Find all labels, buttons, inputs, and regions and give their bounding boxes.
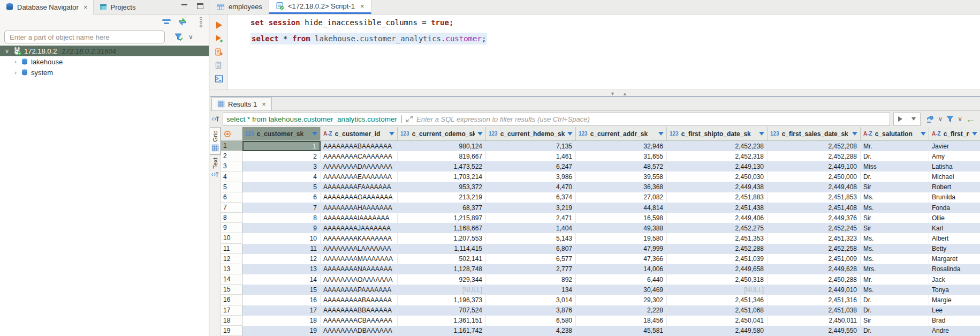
grid-corner-cell[interactable] <box>221 127 242 140</box>
cell-c_current_addr_sk[interactable]: 44,814 <box>576 203 667 213</box>
cell-c_first_shipto_date_sk[interactable]: 2,451,346 <box>667 295 768 305</box>
cell-c_current_hdemo_sk[interactable]: 6,807 <box>486 244 576 254</box>
cell-c_first_na[interactable]: Michael <box>929 171 980 182</box>
object-filter-input[interactable]: Enter a part of object name here <box>4 31 165 43</box>
column-header-c_salutation[interactable]: A-Zc_salutation <box>861 127 929 140</box>
row-number[interactable]: 11 <box>221 244 242 254</box>
cell-c_first_na[interactable]: Tonya <box>929 285 980 295</box>
cell-c_salutation[interactable]: Ms. <box>861 254 929 264</box>
close-icon[interactable]: × <box>262 100 266 108</box>
cell-c_customer_sk[interactable]: 14 <box>242 274 321 285</box>
cell-c_current_cdemo_sk[interactable]: 1,196,373 <box>398 295 486 305</box>
row-number[interactable]: 4 <box>221 171 242 182</box>
tree-item-lakehouse[interactable]: ›lakehouse <box>0 56 209 67</box>
tab-script-1[interactable]: <172.18.0.2> Script-1 × <box>269 0 371 14</box>
cell-c_customer_id[interactable]: AAAAAAAAEAAAAAAA <box>321 171 398 182</box>
cell-c_first_sales_date_sk[interactable]: 2,451,038 <box>768 305 861 316</box>
cell-c_current_cdemo_sk[interactable]: 980,124 <box>398 141 486 151</box>
funnel-dropdown-chevron-icon[interactable]: ∨ <box>958 115 962 123</box>
cell-c_current_cdemo_sk[interactable]: 1,161,742 <box>398 326 486 336</box>
cell-c_first_na[interactable]: Latisha <box>929 161 980 171</box>
filter-funnel-icon[interactable] <box>174 33 183 41</box>
cell-c_current_cdemo_sk[interactable]: 1,703,214 <box>398 171 486 182</box>
cell-c_customer_sk[interactable]: 6 <box>242 192 321 203</box>
cell-c_customer_id[interactable]: AAAAAAAADAAAAAAA <box>321 161 398 171</box>
cell-c_first_na[interactable]: Javier <box>929 141 980 151</box>
cell-c_first_sales_date_sk[interactable]: 2,450,000 <box>768 171 861 182</box>
presentation-tab-text[interactable]: Text <box>210 155 221 181</box>
cell-c_salutation[interactable]: Mrs. <box>861 264 929 274</box>
results-filter-input[interactable]: select * from lakehouse.customer_analyti… <box>223 113 890 126</box>
cell-c_customer_id[interactable]: AAAAAAAACBAAAAAA <box>321 316 398 326</box>
cell-c_first_shipto_date_sk[interactable]: 2,452,288 <box>667 244 768 254</box>
row-number[interactable]: 12 <box>221 254 242 264</box>
row-number[interactable]: 9 <box>221 223 242 233</box>
column-header-c_customer_id[interactable]: A-Zc_customer_id <box>321 127 398 140</box>
cell-c_customer_sk[interactable]: 7 <box>242 203 321 213</box>
cell-c_customer_sk[interactable]: 11 <box>242 244 321 254</box>
cell-c_first_na[interactable]: Betty <box>929 244 980 254</box>
cell-c_current_cdemo_sk[interactable]: 1,473,522 <box>398 161 486 171</box>
column-menu-icon[interactable] <box>972 132 977 136</box>
cell-c_first_sales_date_sk[interactable]: 2,451,323 <box>768 233 861 243</box>
cell-c_current_cdemo_sk[interactable]: 953,372 <box>398 182 486 192</box>
cell-c_current_cdemo_sk[interactable]: 502,141 <box>398 254 486 264</box>
cell-c_customer_sk[interactable]: 3 <box>242 161 321 171</box>
cell-c_salutation[interactable]: Dr. <box>861 151 929 161</box>
cell-c_first_sales_date_sk[interactable]: 2,450,288 <box>768 274 861 285</box>
execute-statement-icon[interactable] <box>215 21 223 29</box>
cell-c_salutation[interactable]: Mr. <box>861 141 929 151</box>
cell-c_customer_id[interactable]: AAAAAAAAOAAAAAAA <box>321 274 398 285</box>
row-number[interactable]: 17 <box>221 305 242 316</box>
cell-c_first_sales_date_sk[interactable]: 2,452,258 <box>768 244 861 254</box>
column-menu-icon[interactable] <box>312 132 317 136</box>
cell-c_first_sales_date_sk[interactable]: 2,451,408 <box>768 203 861 213</box>
cell-c_first_sales_date_sk[interactable]: 2,449,408 <box>768 182 861 192</box>
tree-item-system[interactable]: ›system <box>0 67 209 78</box>
script-gray-icon[interactable] <box>215 61 223 70</box>
cell-c_first_shipto_date_sk[interactable]: 2,452,275 <box>667 223 768 233</box>
back-arrow-icon[interactable]: ← <box>966 114 976 124</box>
cell-c_current_cdemo_sk[interactable]: 1,168,667 <box>398 223 486 233</box>
filter-dropdown-chevron-icon[interactable]: ∨ <box>188 33 193 41</box>
cell-c_first_na[interactable]: Margie <box>929 295 980 305</box>
cell-c_customer_sk[interactable]: 13 <box>242 264 321 274</box>
cell-c_current_addr_sk[interactable]: 47,366 <box>576 254 667 264</box>
cell-c_customer_id[interactable]: AAAAAAAAGAAAAAAA <box>321 192 398 203</box>
cell-c_current_addr_sk[interactable]: 31,655 <box>576 151 667 161</box>
row-number[interactable]: 13 <box>221 264 242 274</box>
cell-c_first_na[interactable]: Jack <box>929 274 980 285</box>
execute-script-icon[interactable] <box>215 48 223 56</box>
cell-c_first_sales_date_sk[interactable]: 2,452,288 <box>768 151 861 161</box>
column-header-c_customer_sk[interactable]: 123c_customer_sk <box>242 127 321 140</box>
row-number[interactable]: 16 <box>221 295 242 305</box>
column-menu-icon[interactable] <box>477 132 483 136</box>
cell-c_current_cdemo_sk[interactable]: 1,114,415 <box>398 244 486 254</box>
cell-c_current_addr_sk[interactable]: 2,228 <box>576 305 667 316</box>
cell-c_current_hdemo_sk[interactable]: 6,580 <box>486 316 576 326</box>
cell-c_current_hdemo_sk[interactable]: 3,986 <box>486 171 576 182</box>
cell-c_customer_sk[interactable]: 5 <box>242 182 321 192</box>
cell-c_customer_sk[interactable]: 8 <box>242 213 321 223</box>
row-number[interactable]: 15 <box>221 285 242 295</box>
cell-c_current_hdemo_sk[interactable]: 3,876 <box>486 305 576 316</box>
cell-c_salutation[interactable]: Dr. <box>861 326 929 336</box>
cell-c_current_addr_sk[interactable]: 19,580 <box>576 233 667 243</box>
row-number[interactable]: 7 <box>221 203 242 213</box>
apply-filter-dropdown-icon[interactable] <box>907 117 920 121</box>
cell-c_current_addr_sk[interactable]: 32,946 <box>576 141 667 151</box>
view-menu-icon[interactable] <box>200 17 202 27</box>
expand-filter-icon[interactable] <box>406 115 413 123</box>
cell-c_current_addr_sk[interactable]: 39,558 <box>576 171 667 182</box>
cell-c_first_sales_date_sk[interactable]: 2,449,550 <box>768 326 861 336</box>
cell-c_first_shipto_date_sk[interactable]: 2,452,318 <box>667 151 768 161</box>
column-header-c_first_sales_date_sk[interactable]: 123c_first_sales_date_sk <box>768 127 861 140</box>
cell-c_salutation[interactable]: Sir <box>861 316 929 326</box>
cell-c_customer_sk[interactable]: 12 <box>242 254 321 264</box>
row-number[interactable]: 3 <box>221 161 242 171</box>
cell-c_current_cdemo_sk[interactable]: 68,377 <box>398 203 486 213</box>
cell-c_first_sales_date_sk[interactable]: 2,451,009 <box>768 254 861 264</box>
cell-c_current_cdemo_sk[interactable]: 1,128,748 <box>398 264 486 274</box>
cell-c_customer_sk[interactable]: 1 <box>242 141 321 151</box>
cell-c_current_hdemo_sk[interactable]: 4,470 <box>486 182 576 192</box>
